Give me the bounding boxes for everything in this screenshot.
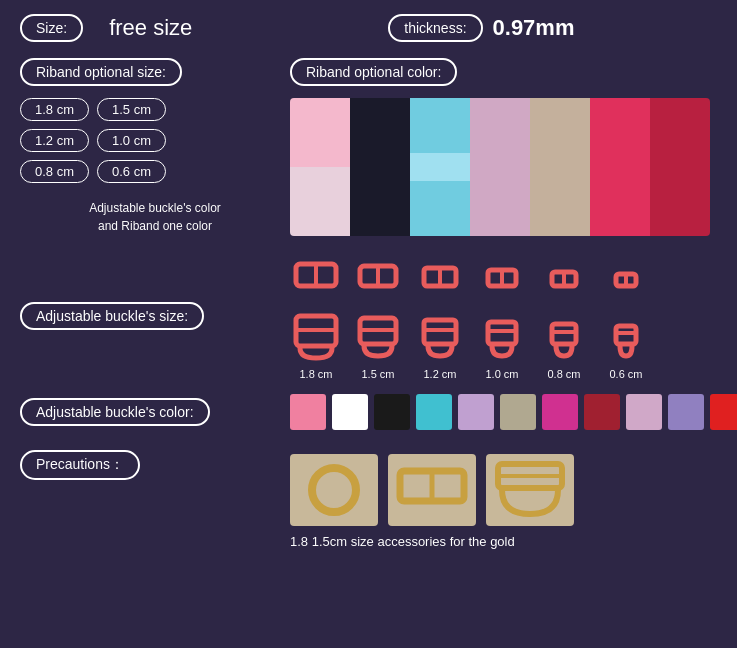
size-option-1[interactable]: 1.8 cm [20,98,89,121]
buckle-col-4: 1.0 cm [476,256,528,380]
size-option-5[interactable]: 0.8 cm [20,160,89,183]
size-value: free size [109,15,192,41]
buckle-bottom-2 [352,312,404,364]
buckle-size-row: Adjustable buckle's size: 1.8 cm [0,236,737,380]
buckle-bottom-1 [290,312,342,364]
precautions-left: Precautions： [20,450,290,480]
buckle-label-5: 0.8 cm [547,368,580,380]
buckle-bottom-5 [538,312,590,364]
buckle-col-1: 1.8 cm [290,256,342,380]
buckle-col-6: 0.6 cm [600,256,652,380]
gold-note: 1.8 1.5cm size accessories for the gold [290,534,717,549]
color-stripe-bar [290,98,710,236]
buckle-color-label: Adjustable buckle's color: [20,398,210,426]
riband-size-label: Riband optional size: [20,58,182,86]
swatch-purple[interactable] [668,394,704,430]
buckle-col-2: 1.5 cm [352,256,404,380]
buckle-top-4 [476,256,528,308]
swatch-lightpink[interactable] [626,394,662,430]
buckle-label-2: 1.5 cm [361,368,394,380]
buckle-bottom-6 [600,312,652,364]
buckle-color-left: Adjustable buckle's color: [20,398,290,426]
buckle-note: Adjustable buckle's color and Riband one… [20,199,290,235]
thickness-label: thickness: [388,14,482,42]
buckle-top-5 [538,256,590,308]
swatch-white[interactable] [332,394,368,430]
precautions-label: Precautions： [20,450,140,480]
precautions-row: Precautions： [0,430,737,549]
buckle-bottom-3 [414,312,466,364]
size-option-3[interactable]: 1.2 cm [20,129,89,152]
size-option-4[interactable]: 1.0 cm [97,129,166,152]
swatch-red[interactable] [710,394,737,430]
buckle-label-3: 1.2 cm [423,368,456,380]
buckle-size-right: 1.8 cm 1.5 cm [290,252,717,380]
swatch-tan[interactable] [500,394,536,430]
buckle-top-6 [600,256,652,308]
buckle-icons: 1.8 cm 1.5 cm [290,256,717,380]
buckle-label-4: 1.0 cm [485,368,518,380]
buckle-bottom-4 [476,312,528,364]
buckle-size-left: Adjustable buckle's size: [20,252,290,380]
swatch-lavender[interactable] [458,394,494,430]
gold-s-buckle [486,454,574,526]
riband-color-label: Riband optional color: [290,58,457,86]
gold-items [290,454,717,526]
swatch-black[interactable] [374,394,410,430]
buckle-col-5: 0.8 cm [538,256,590,380]
riband-size-options: 1.8 cm 1.5 cm 1.2 cm 1.0 cm 0.8 cm 0.6 c… [20,98,240,183]
swatch-cyan[interactable] [416,394,452,430]
precautions-right: 1.8 1.5cm size accessories for the gold [290,450,717,549]
svg-point-24 [312,468,356,512]
riband-size-section: Riband optional size: 1.8 cm 1.5 cm 1.2 … [20,58,290,236]
swatch-darkred[interactable] [584,394,620,430]
size-option-6[interactable]: 0.6 cm [97,160,166,183]
riband-color-section: Riband optional color: [290,58,717,236]
top-row: Size: free size thickness: 0.97mm [0,0,737,42]
swatch-pink[interactable] [290,394,326,430]
buckle-top-2 [352,256,404,308]
buckle-top-3 [414,256,466,308]
buckle-color-row: Adjustable buckle's color: [0,380,737,430]
gold-ring [290,454,378,526]
riband-section: Riband optional size: 1.8 cm 1.5 cm 1.2 … [0,42,737,236]
buckle-size-label: Adjustable buckle's size: [20,302,204,330]
thickness-value: 0.97mm [493,15,575,41]
buckle-label-1: 1.8 cm [299,368,332,380]
buckle-top-1 [290,256,342,308]
thickness-section: thickness: 0.97mm [388,14,574,42]
size-option-2[interactable]: 1.5 cm [97,98,166,121]
rect-buckle-icon [396,465,468,515]
s-buckle-icon [494,460,566,520]
buckle-color-swatches [290,394,737,430]
gold-rect-buckle [388,454,476,526]
swatch-hotpink[interactable] [542,394,578,430]
size-label: Size: [20,14,83,42]
buckle-col-3: 1.2 cm [414,256,466,380]
ring-icon [304,460,364,520]
buckle-label-6: 0.6 cm [609,368,642,380]
